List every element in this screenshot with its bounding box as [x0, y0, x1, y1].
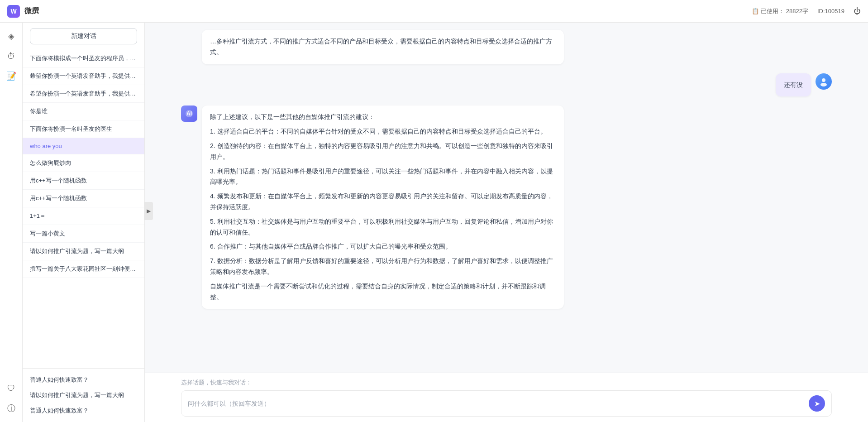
icon-bar-document[interactable]: 📝 [3, 68, 19, 84]
ai-message-1: AI 除了上述建议，以下是一些其他的自媒体推广引流的建议： 1. 选择适合自己的… [181, 106, 832, 309]
ai-message-content-1: 除了上述建议，以下是一些其他的自媒体推广引流的建议： 1. 选择适合自己的平台：… [202, 106, 564, 309]
sidebar-item-9[interactable]: 用c++写一个随机函数 [23, 190, 144, 207]
sidebar-item-13[interactable]: 撰写一篇关于八大家花园社区一刻钟便民生... [23, 260, 144, 278]
icon-bar-bottom: 🛡 ⓘ [3, 380, 19, 417]
sidebar-list: 下面你将模拟成一个叫圣友的程序员，我说... 希望你扮演一个英语发音助手，我提供… [23, 50, 144, 368]
sidebar-item-12[interactable]: 请以如何推广引流为题，写一篇大纲 [23, 243, 144, 260]
sidebar-bottom-item-1[interactable]: 普通人如何快速致富？ [23, 372, 144, 388]
main-layout: ◈ ⏱ 📝 🛡 ⓘ 新建对话 下面你将模拟成一个叫圣友的程序员，我说... 希望… [0, 23, 868, 422]
icon-bar-diamond[interactable]: ◈ [3, 28, 19, 44]
header-right: 📋 已使用： 28822字 ID:100519 ⏻ [752, 7, 861, 15]
sidebar: 新建对话 下面你将模拟成一个叫圣友的程序员，我说... 希望你扮演一个英语发音助… [23, 23, 145, 422]
icon-bar: ◈ ⏱ 📝 🛡 ⓘ [0, 23, 23, 422]
chat-input-area: 选择话题，快速与我对话： ➤ [145, 373, 868, 422]
chat-input[interactable] [188, 398, 804, 408]
sidebar-bottom-item-2[interactable]: 请以如何推广引流为题，写一篇大纲 [23, 388, 144, 403]
sidebar-bottom-item-3[interactable]: 普通人如何快速致富？ [23, 403, 144, 418]
sidebar-item-6[interactable]: who are you [23, 138, 144, 154]
sidebar-item-11[interactable]: 写一篇小黄文 [23, 225, 144, 243]
usage-label: 已使用： [761, 7, 784, 15]
svg-text:AI: AI [186, 110, 192, 117]
svg-point-1 [820, 83, 827, 86]
chat-area: …多种推广引流方式，不同的推广方式适合不同的产品和目标受众，需要根据自己的内容特… [145, 23, 868, 422]
user-id: ID:100519 [817, 8, 844, 14]
usage-info: 📋 已使用： 28822字 [752, 7, 808, 15]
sidebar-item-3[interactable]: 希望你扮演一个英语发音助手，我提供给你... [23, 85, 144, 103]
sidebar-item-8[interactable]: 用c++写一个随机函数 [23, 172, 144, 190]
power-icon[interactable]: ⏻ [854, 7, 861, 15]
sidebar-item-2[interactable]: 希望你扮演一个英语发音助手，我提供给你... [23, 67, 144, 85]
sidebar-item-7[interactable]: 怎么做狗屁炒肉 [23, 154, 144, 172]
icon-bar-clock[interactable]: ⏱ [3, 48, 19, 64]
app-title: 微撰 [24, 6, 39, 16]
user-message-content-1: 还有没 [776, 73, 811, 97]
user-avatar [816, 73, 832, 90]
icon-bar-info[interactable]: ⓘ [3, 400, 19, 417]
chat-messages: …多种推广引流方式，不同的推广方式适合不同的产品和目标受众，需要根据自己的内容特… [145, 23, 868, 373]
sidebar-bottom: 普通人如何快速致富？ 请以如何推广引流为题，写一篇大纲 普通人如何快速致富？ [23, 368, 144, 422]
sidebar-item-4[interactable]: 你是谁 [23, 103, 144, 120]
send-button[interactable]: ➤ [809, 395, 825, 412]
send-icon: ➤ [814, 399, 820, 408]
sidebar-item-5[interactable]: 下面你将扮演一名叫圣友的医生 [23, 120, 144, 138]
header: W 微撰 📋 已使用： 28822字 ID:100519 ⏻ [0, 0, 868, 23]
new-conversation-button[interactable]: 新建对话 [30, 28, 137, 44]
sidebar-collapse-button[interactable]: ▶ [144, 202, 153, 220]
ai-avatar: AI [181, 106, 197, 122]
ai-partial-message: …多种推广引流方式，不同的推广方式适合不同的产品和目标受众，需要根据自己的内容特… [202, 30, 564, 64]
header-left: W 微撰 [7, 5, 39, 18]
sidebar-item-10[interactable]: 1+1＝ [23, 207, 144, 225]
svg-point-0 [822, 78, 825, 82]
sidebar-item-1[interactable]: 下面你将模拟成一个叫圣友的程序员，我说... [23, 50, 144, 67]
usage-icon: 📋 [752, 8, 759, 14]
input-row: ➤ [181, 390, 832, 417]
quick-topics-label: 选择话题，快速与我对话： [181, 379, 832, 387]
app-logo: W [7, 5, 20, 18]
icon-bar-shield[interactable]: 🛡 [3, 380, 19, 397]
user-message-1: 还有没 [181, 73, 832, 97]
usage-count: 28822字 [786, 7, 808, 15]
